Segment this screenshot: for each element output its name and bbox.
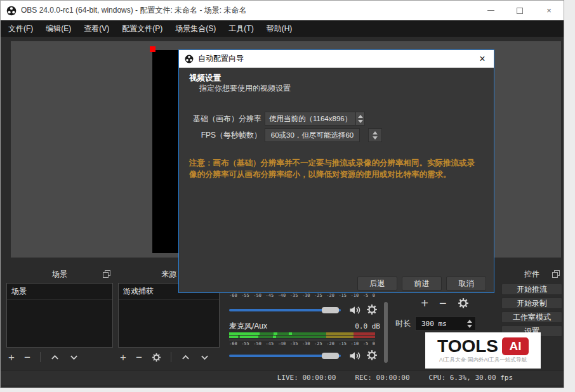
remove-transition-button[interactable]: − [439,297,447,310]
tick-label: -20 [326,341,334,346]
dialog-subheading: 指定你想要使用的视频设置 [199,83,291,94]
start-streaming-button[interactable]: 开始推流 [501,284,562,295]
fps-value: 60或30，但尽可能选择60 [265,129,359,141]
fps-label: FPS（每秒帧数） [179,130,261,141]
tick-label: -15 [338,293,347,298]
move-scene-down-button[interactable] [69,353,79,362]
menu-scene-collection[interactable]: 场景集合(S) [169,20,222,37]
tick-label: -55 [241,341,249,346]
minimize-icon [487,10,494,11]
scene-list-item[interactable]: 场景 [7,284,112,300]
base-resolution-value: 使用当前的（1164x896） [265,112,355,125]
remove-source-button[interactable]: − [136,352,142,363]
mic-volume-slider-handle[interactable] [322,353,339,359]
watermark-brand: TOOLS [437,337,498,355]
cancel-button[interactable]: 取消 [446,277,486,291]
move-source-up-button[interactable] [181,353,190,362]
add-transition-button[interactable]: + [421,297,428,310]
spin-up-icon[interactable] [358,115,363,118]
watermark-ai-badge: AI [502,337,529,355]
menu-edit[interactable]: 编辑(E) [39,20,77,37]
cpu-fps-stats: CPU: 6.3%, 30.00 fps [429,374,513,382]
fps-combobox[interactable]: 60或30，但尽可能选择60 [265,128,360,142]
tick-label: -60 [229,341,237,346]
tick-label: -5 [363,293,368,298]
move-source-down-button[interactable] [200,353,209,362]
menu-view[interactable]: 查看(V) [77,20,116,37]
spin-up-icon[interactable] [467,320,472,323]
tick-label: -35 [290,293,298,298]
tick-label: -10 [351,341,359,346]
dock-float-icon[interactable] [103,270,110,278]
resolution-note-text: 注意：画布（基础）分辨率并不一定要与推流或录像的分辨率相同。实际推流或录像的分辨… [189,157,482,180]
live-time: LIVE: 00:00:00 [277,374,336,382]
menu-help[interactable]: 帮助(H) [260,20,299,37]
base-resolution-combobox[interactable]: 使用当前的（1164x896） [265,112,365,126]
mixer-volume-slider-row [229,303,384,318]
audio-settings-gear-icon[interactable] [366,350,379,362]
spin-up-icon[interactable] [373,131,378,134]
tick-label: -20 [326,293,334,298]
maximize-icon [517,8,523,14]
rec-time: REC: 00:00:00 [355,374,409,382]
menu-profile[interactable]: 配置文件(P) [116,20,169,37]
start-recording-button[interactable]: 开始录制 [501,297,562,309]
dialog-title: 自动配置向导 [198,53,244,64]
dock-float-icon[interactable] [552,270,560,278]
tools-ai-watermark: TOOLS AI AI工具大全·国内外AI工具一站式导航 [425,332,541,369]
spin-down-icon[interactable] [373,136,378,140]
close-button[interactable]: × [534,1,564,20]
status-bar: LIVE: 00:00:00 REC: 00:00:00 CPU: 6.3%, … [1,370,564,385]
mic-aux-row: 麦克风/Aux 0.0 dB [229,321,380,332]
spin-down-icon[interactable] [358,120,363,123]
back-button[interactable]: 后退 [357,277,397,291]
tick-label: 0 [373,341,375,346]
controls-header-label: 控件 [524,270,539,278]
studio-mode-button[interactable]: 工作室模式 [501,311,562,323]
audio-settings-gear-icon[interactable] [366,304,379,317]
combo-spinner[interactable] [355,112,364,125]
base-resolution-label: 基础（画布）分辨率 [179,114,261,124]
mic-volume-ticks: -60-55-50-45-40-35-30-25-20-15-10-50 [229,339,375,346]
toolbar-divider [171,352,171,362]
fps-spinner[interactable] [368,128,382,142]
speaker-icon[interactable] [348,304,361,317]
minimize-button[interactable] [476,1,505,20]
sources-toolbar: + − [120,349,220,365]
volume-slider-handle[interactable] [322,307,339,313]
canvas-corner-handle[interactable] [150,46,155,52]
add-source-button[interactable]: + [120,352,126,363]
maximize-button[interactable] [505,1,534,20]
window-titlebar: OBS 24.0.0-rc1 (64-bit, windows) - 配置文件:… [1,1,564,20]
duration-spinbox[interactable]: 300 ms [415,317,476,330]
tick-label: -50 [253,293,261,298]
mixer-scrollbar[interactable] [384,302,388,363]
next-button[interactable]: 前进 [402,277,442,291]
tick-label: -25 [314,293,322,298]
scenes-header-label: 场景 [52,270,67,278]
transition-properties-gear-icon[interactable] [458,297,469,309]
speaker-icon[interactable] [348,350,361,362]
toolbar-divider [40,352,41,362]
tick-label: -25 [314,341,322,346]
add-scene-button[interactable]: + [8,352,15,363]
spin-down-icon[interactable] [467,325,472,328]
menu-file[interactable]: 文件(F) [2,20,39,37]
duration-spinner[interactable] [464,317,475,330]
mic-aux-label: 麦克风/Aux [229,321,267,332]
mic-level-meter [229,332,375,339]
obs-main-window: OBS 24.0.0-rc1 (64-bit, windows) - 配置文件:… [0,0,564,388]
move-scene-up-button[interactable] [50,353,60,362]
remove-scene-button[interactable]: − [24,352,30,363]
tick-label: -5 [363,341,368,346]
tick-label: -45 [265,341,274,346]
tick-label: -30 [302,341,310,346]
source-properties-gear-icon[interactable] [152,353,161,362]
tick-label: -45 [265,293,274,298]
tick-label: -60 [229,293,237,298]
transitions-toolbar: + − [393,297,497,310]
obs-logo-icon [6,6,17,16]
dialog-close-button[interactable]: × [472,50,492,67]
controls-header: 控件 [501,266,563,282]
menu-tools[interactable]: 工具(T) [222,20,260,37]
